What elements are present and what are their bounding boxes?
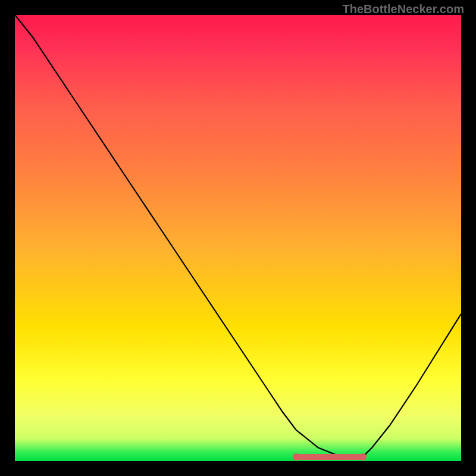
watermark-text: TheBottleNecker.com: [342, 2, 464, 16]
plot-area: [15, 15, 461, 461]
bottleneck-curve: [15, 15, 461, 461]
valley-dot-right: [359, 453, 367, 461]
valley-dot-left: [293, 453, 300, 461]
valley-highlight: [296, 454, 364, 460]
